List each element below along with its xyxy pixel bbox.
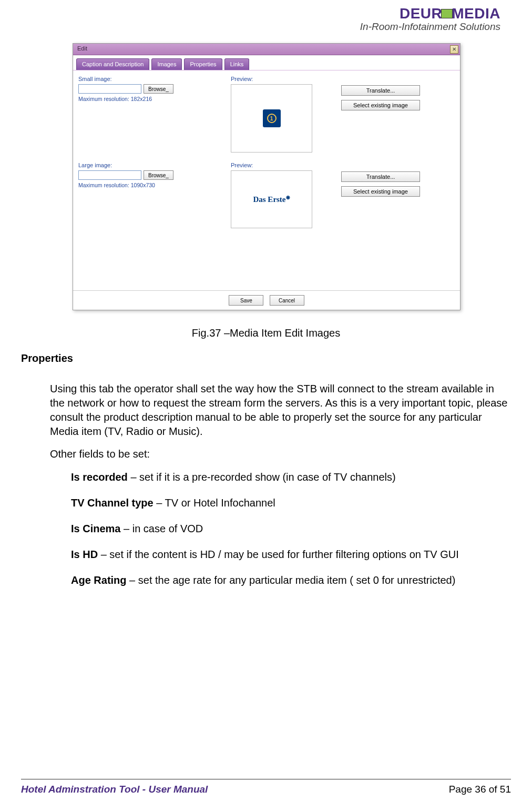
- footer-doc-title: Hotel Adminstration Tool - User Manual: [21, 784, 208, 795]
- footer-divider: [21, 779, 511, 779]
- dialog-footer: Save Cancel: [73, 290, 460, 310]
- large-image-label: Large image:: [78, 162, 231, 168]
- brand-logo: DEURMEDIA In-Room-Infotainment Solutions: [360, 5, 500, 33]
- tab-links[interactable]: Links: [224, 58, 250, 70]
- save-button[interactable]: Save: [229, 295, 263, 306]
- cancel-button[interactable]: Cancel: [270, 295, 304, 306]
- small-image-resolution-note: Maximum resolution: 182x216: [78, 96, 231, 102]
- tab-bar: Caption and Description Images Propertie…: [73, 55, 460, 70]
- small-preview-box: 1: [231, 84, 312, 153]
- edit-dialog: Edit ✕ Caption and Description Images Pr…: [73, 43, 461, 310]
- large-image-path-input[interactable]: [78, 170, 141, 180]
- dialog-titlebar: Edit ✕: [73, 44, 460, 55]
- channel-logo-icon: 1: [263, 109, 281, 127]
- def-age-rating: Age Rating – set the age rate for any pa…: [71, 573, 511, 587]
- select-existing-large-button[interactable]: Select existing image: [341, 186, 420, 197]
- footer-page-number: Page 36 of 51: [449, 784, 511, 795]
- figure-caption: Fig.37 –Media Item Edit Images: [0, 327, 532, 339]
- browse-large-button[interactable]: Browse_: [144, 170, 173, 180]
- close-icon[interactable]: ✕: [450, 45, 458, 54]
- preview-label-small: Preview:: [231, 76, 331, 82]
- dialog-title-text: Edit: [77, 45, 87, 52]
- tab-properties[interactable]: Properties: [184, 58, 222, 70]
- small-image-path-input[interactable]: [78, 84, 141, 94]
- brand-name: DEURMEDIA: [360, 5, 500, 22]
- def-tv-channel-type: TV Channel type – TV or Hotel Infochanne…: [71, 496, 511, 510]
- small-image-label: Small image:: [78, 76, 231, 82]
- browse-small-button[interactable]: Browse_: [144, 84, 173, 94]
- translate-small-button[interactable]: Translate...: [341, 85, 420, 96]
- small-image-row: Small image: Browse_ Maximum resolution:…: [78, 76, 455, 153]
- tab-caption-description[interactable]: Caption and Description: [76, 58, 149, 70]
- paragraph-intro: Using this tab the operator shall set th…: [50, 382, 511, 439]
- large-image-resolution-note: Maximum resolution: 1090x730: [78, 182, 231, 188]
- das-erste-logo: Das Erste◉: [253, 195, 290, 204]
- preview-label-large: Preview:: [231, 162, 331, 168]
- definition-list: Is recorded – set if it is a pre-recorde…: [71, 470, 511, 599]
- dialog-body: Small image: Browse_ Maximum resolution:…: [73, 70, 460, 290]
- def-is-hd: Is HD – set if the content is HD / may b…: [71, 548, 511, 562]
- select-existing-small-button[interactable]: Select existing image: [341, 100, 420, 110]
- paragraph-other-fields: Other fields to be set:: [50, 447, 511, 461]
- translate-large-button[interactable]: Translate...: [341, 171, 420, 182]
- brand-prefix: DEUR: [400, 5, 442, 22]
- large-image-row: Large image: Browse_ Maximum resolution:…: [78, 162, 455, 228]
- def-is-cinema: Is Cinema – in case of VOD: [71, 522, 511, 536]
- section-heading-properties: Properties: [21, 352, 73, 364]
- one-circle-icon: 1: [267, 114, 277, 123]
- brand-tagline: In-Room-Infotainment Solutions: [360, 21, 500, 33]
- def-is-recorded: Is recorded – set if it is a pre-recorde…: [71, 470, 511, 484]
- brand-suffix: MEDIA: [452, 5, 500, 22]
- large-preview-box: Das Erste◉: [231, 170, 312, 228]
- tab-images[interactable]: Images: [151, 58, 182, 70]
- logo-square-icon: [441, 9, 453, 18]
